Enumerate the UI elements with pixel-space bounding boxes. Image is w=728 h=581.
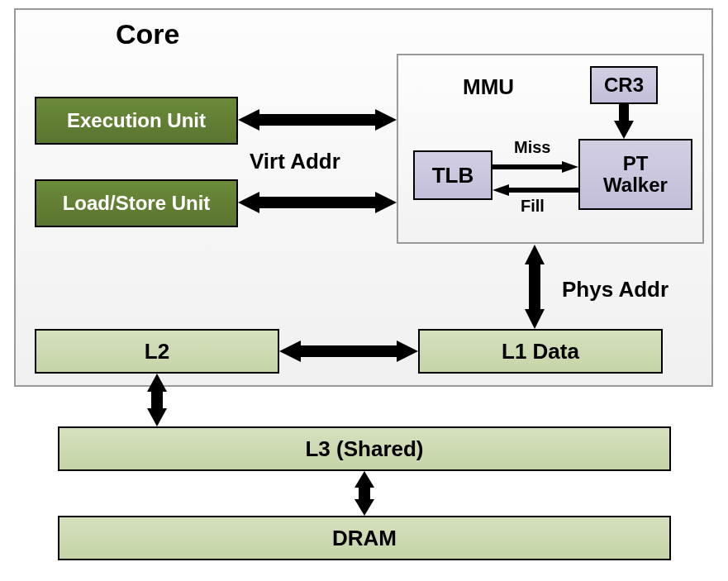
mmu-title: MMU [463,74,514,100]
svg-marker-23 [354,499,374,516]
arrow-loadstore-mmu [238,190,397,215]
svg-marker-16 [279,341,301,362]
execution-unit-label: Execution Unit [67,109,206,132]
cr3-box: CR3 [590,66,658,104]
tlb-label: TLB [432,163,474,188]
svg-marker-9 [562,161,578,173]
l3-box: L3 (Shared) [58,426,671,471]
arrow-miss [492,160,578,174]
l1data-box: L1 Data [418,329,663,374]
svg-marker-19 [147,374,167,392]
svg-marker-11 [492,184,509,196]
l2-box: L2 [35,329,279,374]
ptwalker-box: PT Walker [578,139,692,210]
arrow-l2-l1 [279,339,418,364]
arrow-l3-dram [352,471,377,516]
loadstore-unit-label: Load/Store Unit [63,192,211,215]
core-title: Core [116,18,179,50]
svg-marker-2 [375,109,397,131]
dram-label: DRAM [332,526,397,551]
l2-label: L2 [145,339,169,364]
l3-label: L3 (Shared) [305,436,423,462]
svg-marker-1 [238,109,259,131]
dram-box: DRAM [58,516,671,560]
miss-label: Miss [514,138,550,157]
svg-marker-5 [375,192,397,213]
svg-marker-14 [525,309,545,329]
arrow-cr3-ptwalker [611,104,636,139]
svg-marker-13 [525,245,545,264]
arrow-fill [492,183,578,197]
arrow-exec-mmu [238,107,397,132]
svg-marker-7 [614,121,634,139]
tlb-box: TLB [413,150,492,200]
cr3-label: CR3 [604,74,644,97]
ptwalker-label: PT Walker [603,153,668,197]
arrow-mmu-l1 [522,245,547,329]
physaddr-label: Phys Addr [562,277,669,302]
execution-unit-box: Execution Unit [35,97,238,145]
svg-marker-17 [397,341,418,362]
svg-marker-22 [354,471,374,488]
virtaddr-label: Virt Addr [250,149,340,174]
l1data-label: L1 Data [502,339,579,364]
svg-marker-4 [238,192,259,213]
svg-marker-20 [147,408,167,426]
fill-label: Fill [521,197,545,216]
arrow-l2-l3 [145,374,169,426]
loadstore-unit-box: Load/Store Unit [35,179,238,227]
